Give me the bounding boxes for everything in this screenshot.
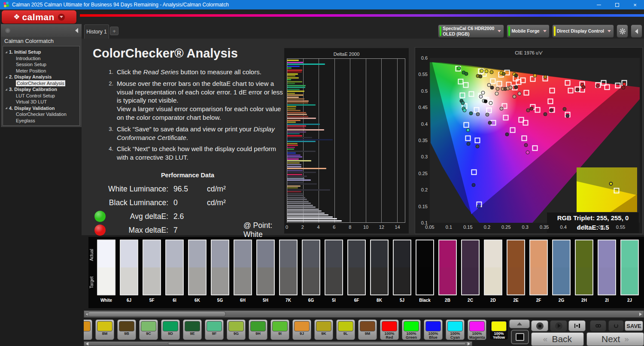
deltae-error-bar[interactable] xyxy=(287,106,296,107)
deltae-error-bar[interactable] xyxy=(287,164,301,165)
deltae-error-bar[interactable] xyxy=(287,75,295,76)
pattern-chip-100-cyan[interactable]: 100% Cyan xyxy=(446,319,465,340)
deltae-error-bar[interactable] xyxy=(287,210,322,212)
deltae-error-bar[interactable] xyxy=(287,121,296,123)
deltae-error-bar[interactable] xyxy=(287,147,295,148)
deltae-error-bar[interactable] xyxy=(287,193,303,194)
comparator-swatch[interactable]: 5G xyxy=(211,240,229,303)
comparator-swatch[interactable]: 6I xyxy=(165,240,184,303)
deltae-error-bar[interactable] xyxy=(287,135,302,137)
deltae-error-bar[interactable] xyxy=(287,160,311,161)
pattern-chip-100-magenta[interactable]: 100% Magenta xyxy=(468,319,486,340)
deltae-error-bar[interactable] xyxy=(287,189,330,191)
pattern-chip-9k[interactable]: 9K xyxy=(314,319,333,340)
deltae-error-bar[interactable] xyxy=(287,94,304,96)
sidebar-item-virtual-3d-lut[interactable]: Virtual 3D LUT xyxy=(3,99,79,105)
comparator-swatch[interactable]: 2D xyxy=(484,240,502,303)
minimize-button[interactable] xyxy=(590,0,608,9)
deltae-error-bar[interactable] xyxy=(287,93,295,94)
deltae-error-bar[interactable] xyxy=(287,179,311,181)
deltae-error-bar[interactable] xyxy=(287,176,307,177)
deltae-error-bar[interactable] xyxy=(287,102,308,103)
pattern-chip-9m[interactable]: 9M xyxy=(358,319,377,340)
sidebar-item-lut-control-setup[interactable]: LUT Control Setup xyxy=(3,93,79,99)
deltae-error-bar[interactable] xyxy=(287,83,295,84)
deltae-error-bar[interactable] xyxy=(287,205,313,206)
deltae-error-bar[interactable] xyxy=(287,199,307,200)
expand-triangle-icon[interactable] xyxy=(5,76,7,78)
stop-button[interactable] xyxy=(531,320,548,331)
deltae-error-bar[interactable] xyxy=(287,197,305,198)
expand-triangle-icon[interactable] xyxy=(5,51,7,53)
deltae-error-bar[interactable] xyxy=(287,139,333,140)
pattern-chip-9e[interactable]: 9E xyxy=(183,319,202,340)
sidebar-item-1-initial-setup[interactable]: 1. Initial Setup xyxy=(3,49,79,55)
settings-button[interactable] xyxy=(617,24,628,38)
comparator-scrollbar[interactable] xyxy=(84,310,644,318)
sidebar-item-session-setup[interactable]: Session Setup xyxy=(3,61,79,68)
deltae-error-bar[interactable] xyxy=(287,116,308,117)
pattern-window-button[interactable] xyxy=(511,330,529,344)
read-series-button[interactable] xyxy=(568,320,586,331)
deltae-error-bar[interactable] xyxy=(287,98,304,100)
deltae-error-bar[interactable] xyxy=(287,201,309,202)
deltae-error-bar[interactable] xyxy=(287,127,305,129)
pattern-chip-100-yellow[interactable]: 100% Yellow xyxy=(489,319,508,340)
deltae-error-bar[interactable] xyxy=(287,187,298,188)
comparator-swatch[interactable]: 2H xyxy=(575,240,593,303)
maximize-button[interactable] xyxy=(608,0,626,9)
comparator-swatch[interactable]: 5J xyxy=(393,240,411,303)
deltae-error-bar[interactable] xyxy=(287,218,337,219)
pattern-chip-100-green[interactable]: 100% Green xyxy=(402,319,421,340)
pattern-chip-9d[interactable]: 9D xyxy=(161,319,180,340)
deltae-error-bar[interactable] xyxy=(287,158,299,160)
hardware-dropdown[interactable]: Direct Display Control xyxy=(552,24,614,38)
pattern-chip-9h[interactable]: 9H xyxy=(249,319,267,340)
sidebar-item-introduction[interactable]: Introduction xyxy=(3,55,79,62)
deltae-error-bar[interactable] xyxy=(287,133,300,134)
next-button[interactable]: Next » xyxy=(586,332,644,346)
sidebar-item-eyeglass[interactable]: Eyeglass xyxy=(3,118,79,124)
comparator-swatch[interactable]: 6F xyxy=(347,240,366,303)
pattern-chip-9b[interactable]: 9B xyxy=(117,319,136,340)
comparator-swatch[interactable]: 2J xyxy=(620,240,639,303)
pattern-chip-100-blue[interactable]: 100% Blue xyxy=(424,319,443,340)
cie-chart-plot[interactable]: RGB Triplet: 255, 255, 0 deltaE: 1.5 xyxy=(430,58,640,223)
pattern-chip-9f[interactable]: 9F xyxy=(205,319,224,340)
pattern-chip-partial[interactable] xyxy=(84,319,92,340)
calman-menu-caret[interactable] xyxy=(58,14,65,21)
deltae-error-bar[interactable] xyxy=(287,216,333,218)
sidebar-collapse-icon[interactable] xyxy=(75,28,78,33)
hardware-dropdown[interactable]: SpectraCal C6 HDR2000 OLED (RGB) xyxy=(438,24,504,38)
deltae-error-bar[interactable] xyxy=(287,183,317,185)
comparator-swatch[interactable]: 5I xyxy=(325,240,343,303)
pattern-chip-9g[interactable]: 9G xyxy=(227,319,246,340)
pattern-chip-9c[interactable]: 9C xyxy=(139,319,158,340)
deltae-error-bar[interactable] xyxy=(287,79,291,80)
comparator-swatch[interactable]: White xyxy=(97,240,115,303)
deltae-error-bar[interactable] xyxy=(287,195,304,196)
comparator-swatch[interactable]: 6G xyxy=(302,240,320,303)
hardware-dropdown[interactable]: Mobile Forge xyxy=(507,24,549,38)
deltae-error-bar[interactable] xyxy=(287,125,306,127)
expand-triangle-icon[interactable] xyxy=(5,107,7,109)
deltae-error-bar[interactable] xyxy=(287,203,311,204)
back-button[interactable]: « Back xyxy=(531,332,584,346)
deltae-error-bar[interactable] xyxy=(287,60,299,61)
deltae-error-bar[interactable] xyxy=(287,137,312,138)
pattern-scroll-thumb[interactable] xyxy=(168,342,466,345)
comparator-swatch[interactable]: 6K xyxy=(188,240,207,303)
comparator-swatch[interactable]: 6J xyxy=(120,240,138,303)
sidebar-item-meter-position[interactable]: Meter Position xyxy=(3,68,79,74)
sidebar-item-colorchecker-analysis[interactable]: ColorChecker Analysis xyxy=(3,80,79,87)
deltae-error-bar[interactable] xyxy=(287,100,309,102)
deltae-error-bar[interactable] xyxy=(287,73,298,75)
add-tab-button[interactable]: + xyxy=(110,27,118,35)
deltae-error-bar[interactable] xyxy=(287,108,296,109)
deltae-error-bar[interactable] xyxy=(287,70,302,71)
scroll-right-icon[interactable] xyxy=(639,313,642,316)
sidebar-item-4-display-validation[interactable]: 4. Display Validation xyxy=(3,105,79,112)
deltae-error-bar[interactable] xyxy=(287,77,299,79)
deltae-error-bar[interactable] xyxy=(287,67,292,69)
refresh-button[interactable] xyxy=(608,320,624,331)
